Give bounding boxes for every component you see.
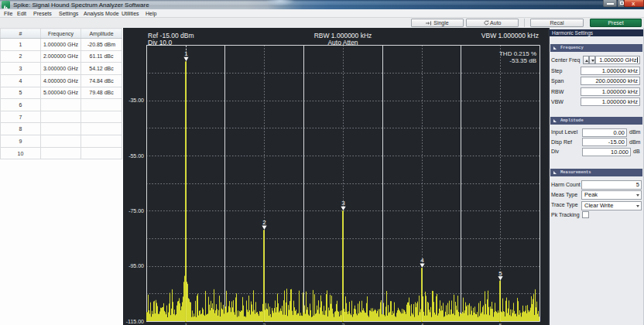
svg-text:VBW 1.000000 kHz: VBW 1.000000 kHz: [481, 32, 539, 39]
svg-text:3: 3: [341, 200, 345, 207]
svg-text:-75.00: -75.00: [128, 208, 144, 214]
svg-text:1: 1: [184, 50, 188, 57]
svg-text:-35.00: -35.00: [128, 98, 144, 103]
svg-text:-95.00: -95.00: [128, 263, 144, 269]
svg-text:THD 0.215 %: THD 0.215 %: [499, 50, 536, 57]
svg-text:2: 2: [262, 219, 266, 226]
svg-text:Div 10.0: Div 10.0: [148, 39, 172, 46]
svg-text:-115.00: -115.00: [126, 319, 144, 324]
svg-text:4: 4: [420, 257, 424, 264]
svg-text:-53.35 dB: -53.35 dB: [509, 57, 536, 64]
svg-text:-55.00: -55.00: [128, 153, 144, 159]
svg-text:5: 5: [498, 270, 502, 277]
svg-text:Auto Atten: Auto Atten: [327, 39, 358, 46]
